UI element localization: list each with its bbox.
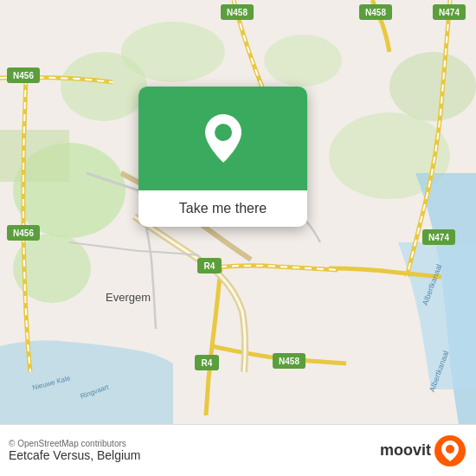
svg-text:N458: N458 [279,357,299,366]
location-pin-icon [201,113,246,164]
svg-point-8 [264,35,342,87]
svg-text:R4: R4 [202,358,213,368]
svg-text:N456: N456 [13,228,34,238]
bottom-bar: © OpenStreetMap contributors Eetcafe Ver… [0,424,476,476]
moovit-icon [434,435,466,466]
map-attribution: © OpenStreetMap contributors [9,439,141,448]
location-label: Eetcafe Versus, Belgium [9,448,141,462]
take-me-there-button[interactable]: Take me there [138,190,307,227]
svg-rect-3 [0,130,69,182]
svg-text:R4: R4 [204,261,215,271]
location-popup: Take me there [138,87,307,227]
moovit-logo: moovit [380,435,466,466]
svg-text:N456: N456 [13,71,34,80]
svg-point-32 [215,124,232,141]
bottom-left-info: © OpenStreetMap contributors Eetcafe Ver… [9,439,141,462]
moovit-text: moovit [380,441,431,460]
svg-text:N458: N458 [227,8,248,17]
svg-text:N474: N474 [428,233,449,242]
svg-text:Evergem: Evergem [106,291,151,304]
svg-point-34 [446,445,454,453]
svg-text:N474: N474 [439,8,460,17]
popup-card-header [138,87,307,190]
svg-point-7 [121,22,225,82]
svg-text:N458: N458 [365,8,386,17]
svg-point-5 [389,52,476,121]
